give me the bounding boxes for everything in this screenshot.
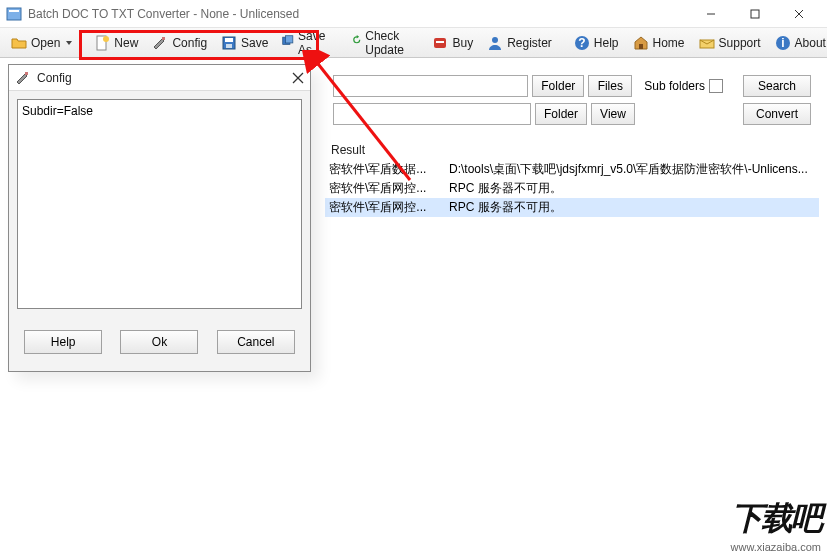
svg-text:i: i: [781, 36, 784, 50]
file-cell: 密软件\军盾网控...: [325, 199, 445, 216]
open-button[interactable]: Open: [4, 31, 79, 55]
table-row[interactable]: 密软件\军盾网控... RPC 服务器不可用。: [325, 198, 819, 217]
help-label: Help: [594, 36, 619, 50]
toolbar: Open New Config Save Save As Check Updat…: [0, 28, 827, 58]
svg-rect-23: [25, 72, 28, 75]
result-cell: RPC 服务器不可用。: [445, 180, 819, 197]
search-button[interactable]: Search: [743, 75, 811, 97]
save-label: Save: [241, 36, 268, 50]
table-row[interactable]: 密软件\军盾网控... RPC 服务器不可用。: [325, 179, 819, 198]
dialog-buttons: Help Ok Cancel: [9, 320, 310, 364]
config-icon: [15, 70, 31, 86]
saveas-label: Save As: [298, 29, 330, 57]
close-button[interactable]: [777, 0, 821, 28]
info-icon: i: [775, 35, 791, 51]
about-label: About: [795, 36, 826, 50]
file-cell: 密软件\军盾数据...: [325, 161, 445, 178]
home-icon: [633, 35, 649, 51]
minimize-button[interactable]: [689, 0, 733, 28]
folder-button-2[interactable]: Folder: [535, 103, 587, 125]
dialog-help-button[interactable]: Help: [24, 330, 102, 354]
user-icon: [487, 35, 503, 51]
source-input[interactable]: [333, 75, 528, 97]
source-row: Folder Files Sub folders Search: [325, 72, 819, 100]
dialog-body: [9, 91, 310, 320]
dialog-cancel-button[interactable]: Cancel: [217, 330, 295, 354]
new-file-icon: [94, 35, 110, 51]
svg-rect-13: [286, 35, 293, 42]
file-cell: 密软件\军盾网控...: [325, 180, 445, 197]
save-button[interactable]: Save: [214, 31, 275, 55]
svg-text:?: ?: [578, 36, 585, 50]
convert-button[interactable]: Convert: [743, 103, 811, 125]
subfolders-label: Sub folders: [644, 79, 705, 93]
help-button[interactable]: ? Help: [567, 31, 626, 55]
window-controls: [689, 0, 821, 28]
support-label: Support: [719, 36, 761, 50]
svg-rect-3: [751, 10, 759, 18]
result-cell: D:\tools\桌面\下载吧\jdsjfxmrj_v5.0\军盾数据防泄密软件…: [445, 161, 819, 178]
result-cell: RPC 服务器不可用。: [445, 199, 819, 216]
help-icon: ?: [574, 35, 590, 51]
app-icon: [6, 6, 22, 22]
svg-rect-0: [7, 8, 21, 20]
about-button[interactable]: i About: [768, 31, 827, 55]
new-button[interactable]: New: [87, 31, 145, 55]
config-textarea[interactable]: [17, 99, 302, 309]
buy-icon: [432, 35, 448, 51]
files-button[interactable]: Files: [588, 75, 632, 97]
titlebar: Batch DOC TO TXT Converter - None - Unli…: [0, 0, 827, 28]
config-icon: [152, 35, 168, 51]
check-update-label: Check Update: [365, 29, 410, 57]
buy-button[interactable]: Buy: [425, 31, 480, 55]
svg-point-16: [492, 37, 498, 43]
support-icon: [699, 35, 715, 51]
close-icon[interactable]: [292, 72, 304, 84]
folder-button[interactable]: Folder: [532, 75, 584, 97]
watermark-logo: 下载吧: [731, 497, 821, 541]
register-button[interactable]: Register: [480, 31, 559, 55]
window-title: Batch DOC TO TXT Converter - None - Unli…: [28, 7, 689, 21]
svg-rect-10: [225, 38, 233, 42]
config-dialog: Config Help Ok Cancel: [8, 64, 311, 372]
check-update-button[interactable]: Check Update: [345, 31, 418, 55]
config-label: Config: [172, 36, 207, 50]
svg-rect-8: [162, 37, 165, 40]
svg-rect-19: [639, 44, 643, 49]
save-icon: [221, 35, 237, 51]
svg-rect-11: [226, 44, 232, 48]
svg-rect-1: [9, 10, 19, 12]
target-input[interactable]: [333, 103, 531, 125]
target-row: Folder View Convert: [325, 100, 819, 128]
watermark: 下载吧 www.xiazaiba.com: [731, 497, 821, 553]
dialog-titlebar: Config: [9, 65, 310, 91]
home-button[interactable]: Home: [626, 31, 692, 55]
support-button[interactable]: Support: [692, 31, 768, 55]
view-button[interactable]: View: [591, 103, 635, 125]
home-label: Home: [653, 36, 685, 50]
saveas-icon: [282, 35, 294, 51]
svg-point-7: [103, 36, 109, 42]
svg-rect-15: [436, 41, 444, 43]
table-row[interactable]: 密软件\军盾数据... D:\tools\桌面\下载吧\jdsjfxmrj_v5…: [325, 160, 819, 179]
results-panel: Result 密软件\军盾数据... D:\tools\桌面\下载吧\jdsjf…: [325, 140, 819, 217]
register-label: Register: [507, 36, 552, 50]
open-label: Open: [31, 36, 60, 50]
new-label: New: [114, 36, 138, 50]
dialog-ok-button[interactable]: Ok: [120, 330, 198, 354]
subfolders-checkbox[interactable]: [709, 79, 723, 93]
saveas-button[interactable]: Save As: [275, 31, 336, 55]
watermark-url: www.xiazaiba.com: [731, 541, 821, 553]
refresh-icon: [352, 35, 362, 51]
results-header: Result: [325, 140, 819, 160]
maximize-button[interactable]: [733, 0, 777, 28]
dialog-title: Config: [37, 71, 292, 85]
chevron-down-icon: [66, 41, 72, 45]
buy-label: Buy: [452, 36, 473, 50]
folder-open-icon: [11, 35, 27, 51]
config-button[interactable]: Config: [145, 31, 214, 55]
